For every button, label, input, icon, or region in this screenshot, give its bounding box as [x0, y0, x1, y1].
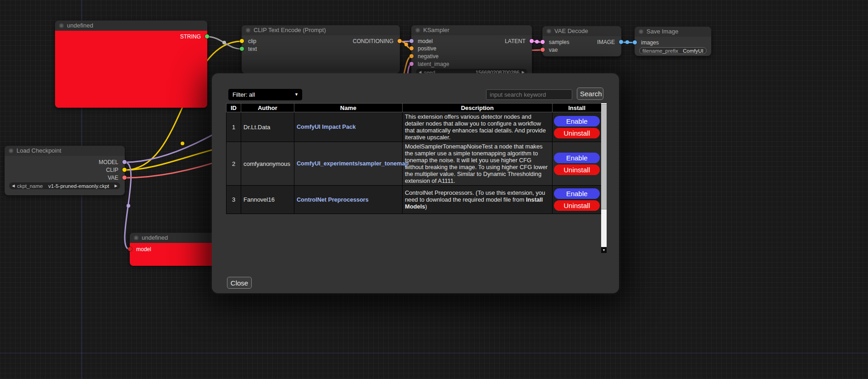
collapse-dot-icon[interactable] [9, 148, 13, 153]
extension-name-link[interactable]: ComfyUI Impact Pack [294, 112, 403, 142]
node-title: KSampler [423, 27, 449, 33]
input-port-clip[interactable]: clip [242, 38, 256, 44]
vae-port-dot[interactable] [541, 48, 545, 52]
enable-button[interactable]: Enable [554, 188, 600, 199]
extension-name-link[interactable]: ControlNet Preprocessors [294, 186, 403, 214]
column-header-id: ID [227, 104, 241, 112]
close-button[interactable]: Close [227, 277, 252, 289]
latent-port-dot[interactable] [530, 39, 534, 43]
input-port-vae[interactable]: vae [542, 47, 558, 53]
node-ksampler[interactable]: KSampler model positive negative latent_… [411, 25, 532, 78]
uninstall-button[interactable]: Uninstall [554, 200, 600, 211]
model-port-dot[interactable] [122, 160, 127, 164]
column-header-name: Name [294, 104, 403, 112]
output-port-model[interactable]: MODEL [99, 159, 125, 165]
text-port-dot[interactable] [240, 47, 244, 51]
node-title-bar[interactable]: undefined [130, 233, 221, 243]
uninstall-button[interactable]: Uninstall [554, 165, 600, 175]
port-label: STRING [180, 33, 201, 40]
extension-id: 2 [227, 142, 241, 186]
port-label: CLIP [106, 167, 118, 173]
column-header-author: Author [241, 104, 294, 112]
port-label: images [641, 39, 659, 46]
port-label: samples [549, 39, 569, 45]
node-body [55, 31, 207, 108]
node-undefined-1[interactable]: undefined STRING [55, 21, 207, 108]
string-port-dot[interactable] [205, 34, 209, 38]
node-title: CLIP Text Encode (Prompt) [254, 27, 326, 33]
input-port-model[interactable]: model [130, 246, 151, 253]
node-clip-text-encode[interactable]: CLIP Text Encode (Prompt) clip text COND… [242, 25, 400, 73]
next-arrow-icon[interactable]: ▶ [115, 182, 117, 189]
node-title-bar[interactable]: Load Checkpoint [5, 146, 125, 156]
image-port-dot[interactable] [619, 40, 623, 44]
previous-arrow-icon[interactable]: ◀ [12, 182, 15, 189]
node-title: Save Image [647, 28, 678, 35]
input-port-model[interactable]: model [411, 38, 433, 44]
widget-value: ComfyUI [683, 48, 703, 54]
ckpt-name-widget[interactable]: ◀ ckpt_name v1-5-pruned-emaonly.ckpt ▶ [9, 182, 120, 189]
node-title-bar[interactable]: CLIP Text Encode (Prompt) [242, 25, 400, 35]
collapse-dot-icon[interactable] [415, 28, 420, 33]
node-title: Load Checkpoint [17, 147, 61, 154]
input-port-positive[interactable]: positive [411, 45, 437, 52]
images-port-dot[interactable] [633, 40, 637, 44]
conditioning-port-dot[interactable] [398, 39, 402, 43]
output-port-clip[interactable]: CLIP [106, 167, 125, 173]
scroll-down-icon[interactable]: ▼ [601, 247, 607, 253]
input-port-negative[interactable]: negative [411, 53, 438, 60]
extensions-table: IDAuthorNameDescriptionInstall 1Dr.Lt.Da… [226, 103, 602, 214]
extension-row: 3Fannovel16ControlNet PreprocessorsContr… [227, 186, 602, 214]
extension-id: 3 [227, 186, 241, 214]
extension-row: 1Dr.Lt.DataComfyUI Impact PackThis exten… [227, 112, 602, 142]
input-port-images[interactable]: images [635, 39, 659, 46]
latent-image-port-dot[interactable] [409, 62, 414, 66]
output-port-image[interactable]: IMAGE [597, 39, 621, 45]
search-input[interactable] [486, 89, 572, 100]
node-title-bar[interactable]: undefined [55, 21, 207, 31]
input-port-samples[interactable]: samples [542, 39, 569, 45]
enable-button[interactable]: Enable [554, 116, 600, 126]
column-header-description: Description [403, 104, 553, 112]
output-port-vae[interactable]: VAE [108, 175, 125, 181]
collapse-dot-icon[interactable] [246, 28, 250, 33]
output-port-latent[interactable]: LATENT [505, 38, 532, 44]
enable-button[interactable]: Enable [554, 153, 600, 163]
input-port-latent-image[interactable]: latent_image [411, 61, 449, 67]
node-load-checkpoint[interactable]: Load Checkpoint MODEL CLIP VAE ◀ ckpt_na… [5, 146, 125, 195]
vae-port-dot[interactable] [122, 176, 127, 180]
filter-dropdown[interactable]: Filter: all [228, 89, 302, 100]
model-port-dot[interactable] [409, 39, 414, 43]
samples-port-dot[interactable] [541, 40, 545, 44]
port-label: MODEL [99, 159, 118, 165]
clip-port-dot[interactable] [240, 39, 244, 43]
node-vae-decode[interactable]: VAE Decode samples vae IMAGE [542, 26, 621, 56]
filename-prefix-widget[interactable]: filename_prefix ComfyUI [639, 47, 707, 54]
collapse-dot-icon[interactable] [547, 29, 551, 33]
collapse-dot-icon[interactable] [134, 236, 138, 240]
clip-port-dot[interactable] [122, 168, 127, 172]
positive-port-dot[interactable] [409, 46, 414, 50]
node-title-bar[interactable]: VAE Decode [542, 26, 621, 36]
scrollbar-thumb[interactable] [601, 104, 607, 209]
node-title-bar[interactable]: KSampler [411, 25, 532, 35]
output-port-conditioning[interactable]: CONDITIONING [353, 38, 400, 44]
negative-port-dot[interactable] [409, 54, 414, 58]
widget-value: v1-5-pruned-emaonly.ckpt [48, 183, 109, 189]
collapse-dot-icon[interactable] [59, 23, 64, 28]
widget-label: ckpt_name [17, 183, 43, 189]
extensions-tbody: 1Dr.Lt.DataComfyUI Impact PackThis exten… [227, 112, 602, 214]
port-label: positive [418, 45, 437, 52]
uninstall-button[interactable]: Uninstall [554, 128, 600, 138]
extensions-table-header: IDAuthorNameDescriptionInstall [227, 104, 602, 112]
extension-name-link[interactable]: ComfyUI_experiments/sampler_tonemap [294, 142, 403, 186]
collapse-dot-icon[interactable] [639, 29, 643, 34]
comfyui-canvas[interactable]: undefined STRING CLIP Text Encode (Promp… [0, 0, 868, 379]
output-port-string[interactable]: STRING [180, 33, 207, 40]
model-port-dot[interactable] [128, 247, 132, 251]
node-save-image[interactable]: Save Image images filename_prefix ComfyU… [635, 27, 711, 56]
search-button[interactable]: Search [577, 88, 603, 100]
node-title-bar[interactable]: Save Image [635, 27, 711, 37]
node-undefined-2[interactable]: undefined model [130, 233, 221, 266]
input-port-text[interactable]: text [242, 46, 257, 52]
